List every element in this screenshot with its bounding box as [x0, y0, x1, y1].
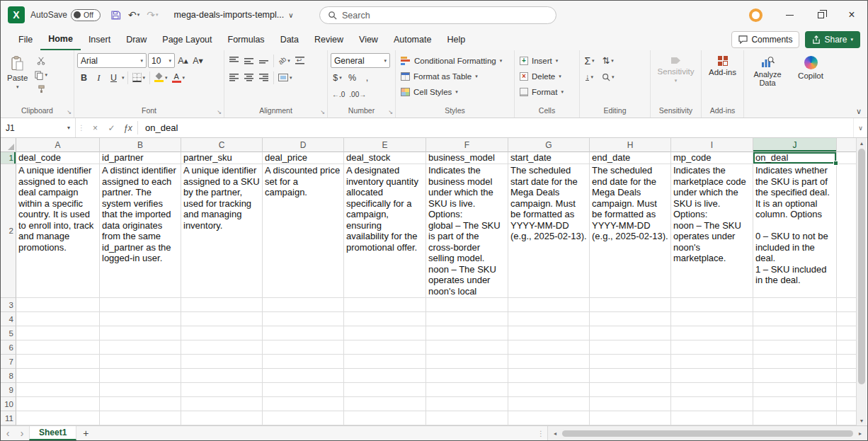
font-color-button[interactable]: A▾	[171, 70, 187, 85]
cell[interactable]	[100, 340, 181, 355]
cell[interactable]	[753, 397, 837, 411]
save-button[interactable]	[110, 10, 121, 21]
font-name-combo[interactable]: Arial▾	[77, 53, 147, 68]
cell[interactable]	[16, 397, 100, 411]
cell[interactable]	[508, 298, 590, 312]
cell[interactable]	[590, 355, 671, 369]
shrink-font-button[interactable]: A▾	[191, 53, 205, 68]
cell[interactable]	[344, 355, 426, 369]
column-header-B[interactable]: B	[100, 138, 181, 152]
tab-formulas[interactable]: Formulas	[220, 29, 273, 50]
cell[interactable]	[344, 411, 426, 425]
row-header-3[interactable]: 3	[1, 298, 16, 312]
tab-file[interactable]: File	[11, 29, 40, 50]
cell[interactable]	[426, 411, 508, 425]
format-painter-button[interactable]	[33, 83, 49, 96]
cell[interactable]	[100, 355, 181, 369]
column-header-I[interactable]: I	[671, 138, 753, 152]
cell-B2[interactable]: A distinct identifier assigned to each p…	[100, 164, 181, 298]
wrap-text-button[interactable]	[293, 53, 307, 68]
cell[interactable]	[671, 383, 753, 397]
paste-button[interactable]: Paste ▾	[4, 53, 31, 93]
cell-C1[interactable]: partner_sku	[181, 152, 263, 164]
row-header-4[interactable]: 4	[1, 312, 16, 326]
cell[interactable]	[590, 397, 671, 411]
dialog-launcher-icon[interactable]: ↘	[67, 109, 72, 115]
cell-I2[interactable]: Indicates the marketplace code under whi…	[671, 164, 753, 298]
horizontal-scrollbar[interactable]: ◂ ▸	[547, 426, 867, 440]
tab-splitter-handle[interactable]: ⋮	[535, 426, 547, 440]
cell[interactable]	[100, 298, 181, 312]
cell[interactable]	[590, 383, 671, 397]
tab-insert[interactable]: Insert	[81, 29, 118, 50]
autosave-control[interactable]: AutoSave Off	[30, 9, 101, 21]
align-bottom-button[interactable]	[257, 53, 270, 68]
cell[interactable]	[181, 397, 263, 411]
cell-I1[interactable]: mp_code	[671, 152, 753, 164]
row-header-8[interactable]: 8	[1, 369, 16, 383]
account-badge[interactable]	[749, 8, 763, 22]
cell-J2[interactable]: Indicates whether the SKU is part of the…	[753, 164, 837, 298]
cell[interactable]	[181, 298, 263, 312]
insert-cells-button[interactable]: +Insert▾	[518, 53, 566, 68]
align-right-button[interactable]	[257, 70, 270, 85]
font-size-combo[interactable]: 10▾	[148, 53, 175, 68]
confirm-entry-button[interactable]: ✓	[103, 118, 120, 137]
cell[interactable]	[837, 383, 857, 397]
cell-F2[interactable]: Indicates the business model under which…	[426, 164, 508, 298]
tab-review[interactable]: Review	[307, 29, 351, 50]
cell[interactable]	[16, 312, 100, 326]
scroll-down-button[interactable]: ▾	[857, 416, 867, 425]
cell[interactable]	[181, 312, 263, 326]
cell[interactable]	[426, 326, 508, 340]
chevron-down-icon[interactable]: ▾	[122, 75, 125, 81]
cell[interactable]	[671, 326, 753, 340]
sheet-tab-sheet1[interactable]: Sheet1	[29, 426, 76, 440]
horizontal-scroll-thumb[interactable]	[562, 430, 853, 437]
cell[interactable]	[671, 340, 753, 355]
name-box[interactable]: J1 ▾	[1, 118, 76, 137]
cell[interactable]	[263, 411, 344, 425]
formula-bar-handle[interactable]: ⋮	[76, 118, 87, 137]
cell[interactable]	[263, 326, 344, 340]
column-header-F[interactable]: F	[426, 138, 508, 152]
cell[interactable]	[590, 369, 671, 383]
vertical-scrollbar[interactable]: ▴ ▾	[856, 138, 867, 425]
copy-button[interactable]: ▾	[33, 69, 49, 81]
cell[interactable]	[671, 369, 753, 383]
cell[interactable]	[181, 411, 263, 425]
dialog-launcher-icon[interactable]: ↘	[217, 109, 222, 115]
align-center-button[interactable]	[242, 70, 256, 85]
cut-button[interactable]	[33, 55, 49, 67]
fill-button[interactable]: ↓▾	[583, 69, 596, 84]
sort-filter-button[interactable]: ⇅▾	[600, 53, 616, 68]
dialog-launcher-icon[interactable]: ↘	[388, 109, 393, 115]
cell[interactable]	[263, 355, 344, 369]
cell[interactable]	[753, 312, 837, 326]
cell[interactable]	[181, 326, 263, 340]
percent-button[interactable]: %	[346, 70, 359, 85]
analyze-data-button[interactable]: Analyze Data	[746, 53, 789, 90]
close-button[interactable]: ×	[836, 1, 867, 29]
fill-color-button[interactable]: ▾	[153, 70, 169, 85]
borders-button[interactable]: ▾	[131, 70, 147, 85]
cell-D2[interactable]: A discounted price set for a campaign.	[263, 164, 344, 298]
cell[interactable]	[508, 312, 590, 326]
cell[interactable]	[837, 164, 857, 298]
column-header-J[interactable]: J	[753, 138, 837, 152]
tab-help[interactable]: Help	[439, 29, 473, 50]
cell[interactable]	[263, 397, 344, 411]
tab-view[interactable]: View	[351, 29, 386, 50]
cell[interactable]	[16, 340, 100, 355]
row-header-6[interactable]: 6	[1, 340, 16, 355]
cell[interactable]	[508, 355, 590, 369]
format-cells-button[interactable]: Format▾	[518, 84, 566, 99]
cell[interactable]	[181, 355, 263, 369]
cell[interactable]	[426, 369, 508, 383]
cell-H2[interactable]: The scheduled end date for the Mega Deal…	[590, 164, 671, 298]
comments-button[interactable]: Comments	[731, 31, 799, 48]
cell[interactable]	[837, 369, 857, 383]
format-as-table-button[interactable]: Format as Table▾	[399, 69, 504, 84]
tab-data[interactable]: Data	[273, 29, 307, 50]
share-button[interactable]: Share ▾	[805, 31, 860, 48]
